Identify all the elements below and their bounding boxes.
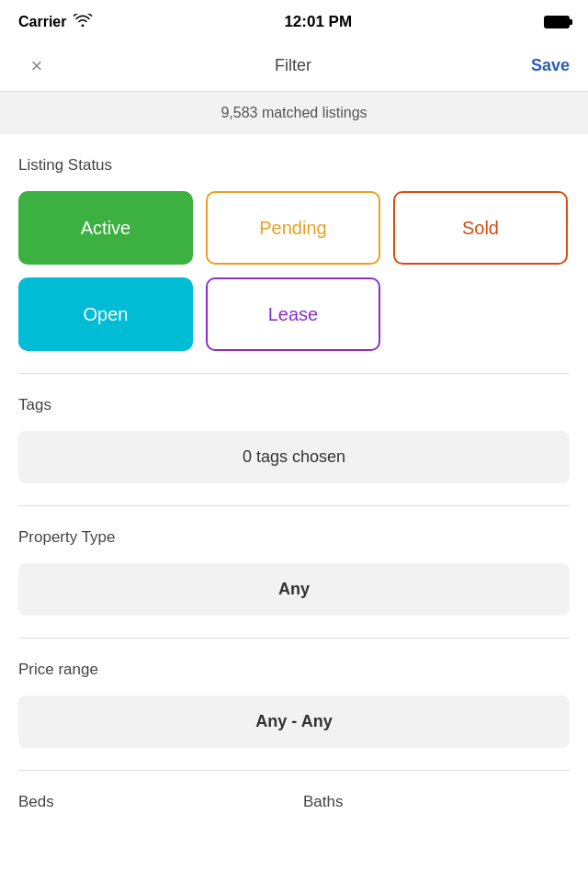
save-button[interactable]: Save bbox=[531, 56, 570, 75]
tags-label: Tags bbox=[18, 396, 570, 414]
property-type-label: Property Type bbox=[18, 528, 570, 547]
carrier-label: Carrier bbox=[18, 14, 66, 30]
time-label: 12:01 PM bbox=[284, 13, 352, 31]
sold-button[interactable]: Sold bbox=[393, 191, 568, 265]
open-button[interactable]: Open bbox=[18, 277, 193, 351]
baths-col: Baths bbox=[303, 793, 570, 811]
tags-section: Tags 0 tags chosen bbox=[18, 374, 570, 483]
status-buttons-grid: Active Pending Sold Open Lease bbox=[18, 191, 570, 351]
beds-col: Beds bbox=[18, 793, 285, 811]
close-button[interactable]: × bbox=[18, 54, 55, 78]
beds-label: Beds bbox=[18, 793, 285, 811]
price-range-picker-button[interactable]: Any - Any bbox=[18, 695, 570, 748]
beds-baths-row: Beds Baths bbox=[18, 771, 570, 811]
matched-text: 9,583 matched listings bbox=[220, 105, 367, 120]
property-type-picker-button[interactable]: Any bbox=[18, 563, 570, 616]
nav-title: Filter bbox=[275, 56, 311, 75]
wifi-icon bbox=[74, 14, 92, 30]
active-button[interactable]: Active bbox=[18, 191, 193, 265]
matched-banner: 9,583 matched listings bbox=[0, 92, 588, 134]
status-right bbox=[544, 16, 570, 28]
baths-label: Baths bbox=[303, 793, 570, 811]
price-range-label: Price range bbox=[18, 661, 570, 679]
listing-status-section: Listing Status Active Pending Sold Open … bbox=[18, 134, 570, 351]
lease-button[interactable]: Lease bbox=[206, 277, 380, 351]
battery-icon bbox=[544, 16, 570, 28]
status-left: Carrier bbox=[18, 14, 92, 30]
nav-bar: × Filter Save bbox=[0, 40, 588, 92]
status-bar: Carrier 12:01 PM bbox=[0, 0, 588, 40]
pending-button[interactable]: Pending bbox=[206, 191, 380, 265]
price-range-section: Price range Any - Any bbox=[18, 639, 570, 748]
property-type-section: Property Type Any bbox=[18, 506, 570, 616]
listing-status-label: Listing Status bbox=[18, 156, 570, 175]
tags-picker-button[interactable]: 0 tags chosen bbox=[18, 431, 570, 483]
content: Listing Status Active Pending Sold Open … bbox=[0, 134, 588, 811]
